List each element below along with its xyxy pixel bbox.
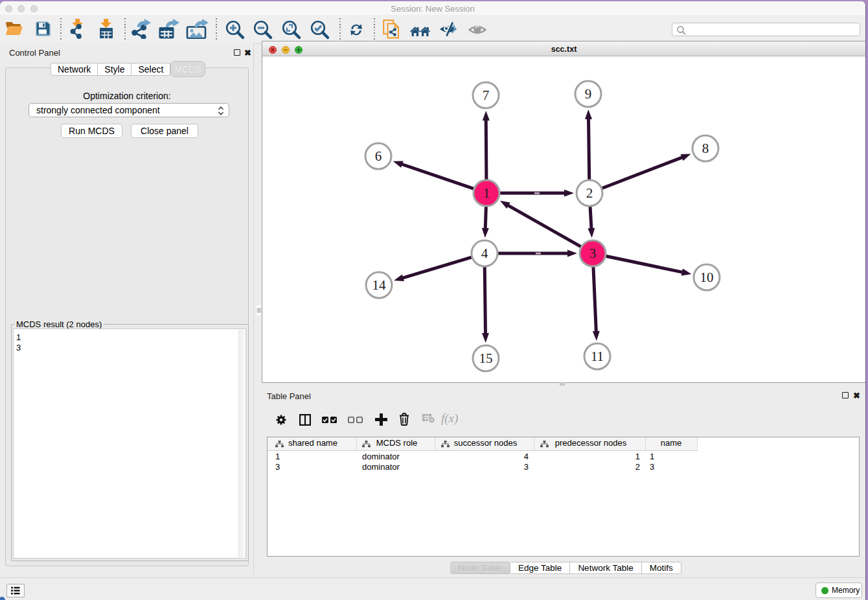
- svg-text:9: 9: [585, 86, 592, 102]
- svg-text:7: 7: [483, 87, 490, 103]
- svg-text:8: 8: [702, 141, 709, 156]
- svg-text:2: 2: [586, 185, 593, 201]
- svg-text:14: 14: [372, 277, 387, 293]
- svg-text:6: 6: [375, 148, 382, 164]
- svg-text:1: 1: [483, 185, 490, 201]
- svg-text:11: 11: [591, 349, 604, 364]
- svg-text:15: 15: [479, 351, 493, 366]
- svg-text:f(x): f(x): [441, 412, 458, 426]
- svg-text:10: 10: [700, 270, 714, 285]
- svg-text:4: 4: [481, 246, 488, 261]
- svg-text:3: 3: [589, 246, 597, 261]
